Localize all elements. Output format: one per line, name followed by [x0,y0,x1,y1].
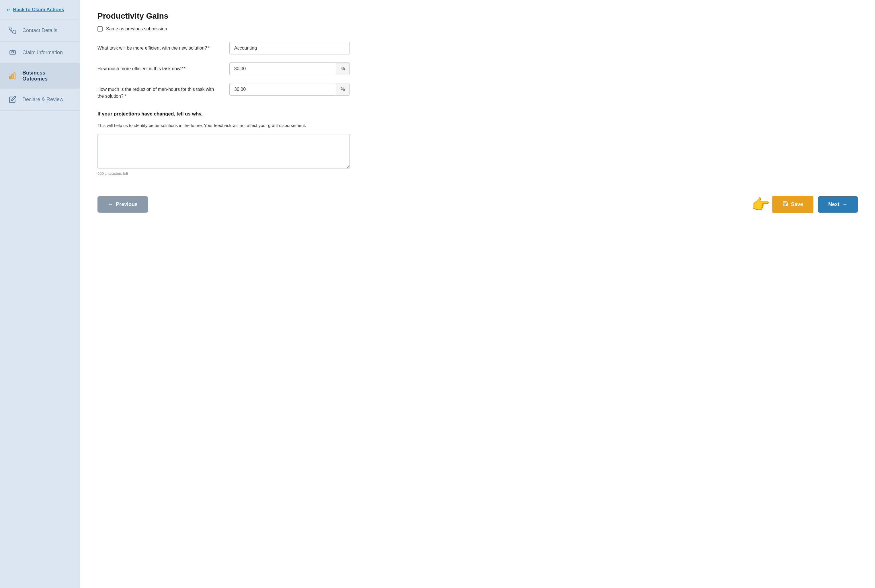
svg-rect-3 [14,73,15,79]
next-button[interactable]: Next → [818,196,858,213]
sidebar-item-contact-details[interactable]: Contact Details [0,20,80,42]
efficiency-required-star: * [184,66,185,71]
feedback-textarea[interactable] [98,134,350,168]
right-buttons: 👈 Save Next → [752,196,858,213]
sidebar-item-claim-information-label: Claim Information [23,50,63,56]
back-arrow-icon: « [7,6,10,13]
phone-icon [8,26,17,35]
save-label: Save [791,201,803,207]
task-form-row: What task will be more efficient with th… [98,42,858,54]
sidebar-item-declare-review-label: Declare & Review [23,97,63,103]
task-input[interactable] [230,42,349,54]
svg-rect-1 [9,76,11,79]
sidebar-item-business-outcomes[interactable]: Business Outcomes [0,64,80,88]
task-input-wrapper [229,42,350,54]
sidebar-item-business-outcomes-label: Business Outcomes [23,70,72,82]
task-required-star: * [208,45,210,50]
previous-arrow-icon: ← [108,201,113,207]
efficiency-input[interactable] [230,63,336,75]
sidebar: « Back to Claim Actions Contact Details … [0,0,80,588]
manhours-input-wrapper: % [229,83,350,96]
char-count: 500 characters left [98,171,858,176]
efficiency-form-row: How much more efficient is this task now… [98,63,858,75]
same-as-previous-row: Same as previous submission [98,26,858,32]
next-arrow-icon: → [842,201,848,207]
previous-button[interactable]: ← Previous [98,196,148,213]
projections-desc: This will help us to identify better sol… [98,122,858,129]
manhours-input[interactable] [230,83,336,95]
svg-point-0 [12,51,14,53]
bottom-bar: ← Previous 👈 Save Next → [98,190,858,213]
same-as-previous-label[interactable]: Same as previous submission [106,26,167,32]
efficiency-field-label: How much more efficient is this task now… [98,63,218,72]
cursor-hand-decoration: 👈 [752,196,767,213]
projections-section: If your projections have changed, tell u… [98,111,858,176]
projections-title: If your projections have changed, tell u… [98,111,858,117]
manhours-suffix: % [336,83,349,95]
svg-rect-2 [12,75,13,79]
manhours-required-star: * [125,94,126,99]
back-link-label: Back to Claim Actions [13,7,64,13]
same-as-previous-checkbox[interactable] [98,26,103,32]
sidebar-item-contact-details-label: Contact Details [23,27,57,33]
task-field-label: What task will be more efficient with th… [98,42,218,52]
previous-label: Previous [116,201,138,207]
pencil-icon [8,95,17,104]
save-icon [782,201,788,208]
hand-pointer-icon: 👈 [752,196,770,213]
back-to-claim-actions-link[interactable]: « Back to Claim Actions [0,0,80,20]
page-title: Productivity Gains [98,12,858,21]
chart-bar-icon [8,71,17,81]
efficiency-input-wrapper: % [229,63,350,75]
manhours-form-row: How much is the reduction of man-hours f… [98,83,858,100]
efficiency-suffix: % [336,63,349,75]
save-button[interactable]: Save [772,196,813,213]
main-content: Productivity Gains Same as previous subm… [80,0,875,588]
piggy-bank-icon [8,48,17,57]
next-label: Next [828,201,839,207]
sidebar-item-claim-information[interactable]: Claim Information [0,42,80,64]
sidebar-item-declare-review[interactable]: Declare & Review [0,88,80,111]
manhours-field-label: How much is the reduction of man-hours f… [98,83,218,100]
